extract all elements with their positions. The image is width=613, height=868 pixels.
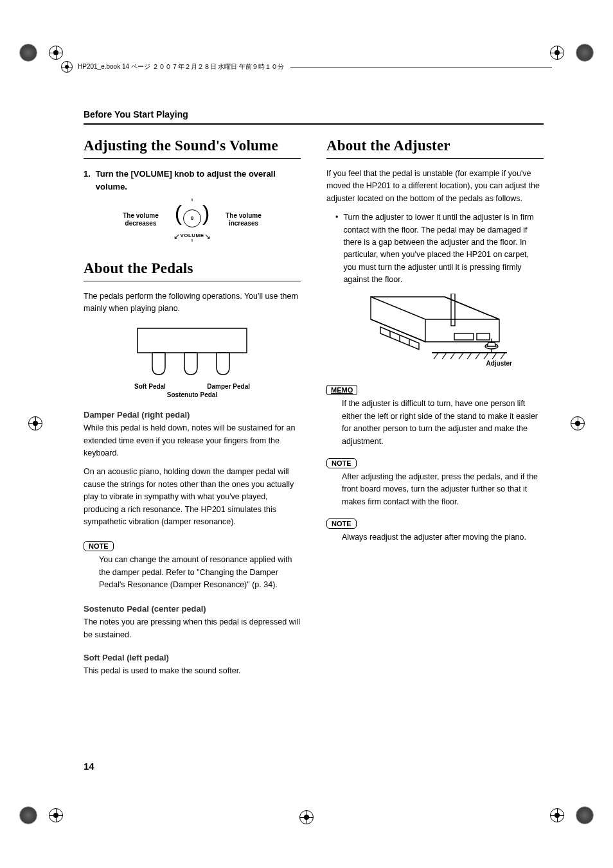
- svg-rect-4: [451, 294, 455, 326]
- svg-rect-6: [477, 333, 490, 340]
- heading-pedals: About the Pedals: [84, 260, 301, 281]
- right-column: About the Adjuster If you feel that the …: [326, 137, 544, 684]
- left-column: Adjusting the Sound's Volume 1. Turn the…: [84, 137, 301, 684]
- damper-pedal-label: Damper Pedal: [207, 383, 250, 390]
- soft-p: This pedal is used to make the sound sof…: [84, 665, 301, 677]
- svg-line-10: [450, 353, 455, 359]
- adjuster-bullet: • Turn the adjuster to lower it until th…: [335, 211, 544, 286]
- soft-pedal-label: Soft Pedal: [134, 383, 166, 390]
- crop-mark-mid-right: [567, 416, 589, 430]
- soft-heading: Soft Pedal (left pedal): [84, 653, 301, 662]
- crop-mark-top-left: [19, 44, 67, 62]
- pedal-figure: Soft Pedal Damper Pedal Sostenuto Pedal: [84, 325, 301, 398]
- step-1: 1. Turn the [VOLUME] knob to adjust the …: [84, 168, 301, 193]
- svg-line-14: [484, 353, 488, 359]
- crop-mark-bottom-left: [19, 806, 67, 824]
- step-number: 1.: [84, 168, 91, 193]
- sostenuto-heading: Sostenuto Pedal (center pedal): [84, 604, 301, 614]
- running-head: Before You Start Playing: [84, 109, 544, 125]
- damper-note: You can change the amount of resonance a…: [99, 554, 301, 591]
- crop-mark-mid-left: [24, 416, 46, 430]
- note1-body: After adjusting the adjuster, press the …: [342, 471, 544, 508]
- pedals-intro: The pedals perform the following operati…: [84, 290, 301, 315]
- svg-line-16: [501, 353, 505, 359]
- svg-line-15: [492, 353, 497, 359]
- note-badge: NOTE: [84, 541, 114, 551]
- adjuster-figure: Adjuster: [326, 294, 544, 367]
- memo-body: If the adjuster is difficult to turn, ha…: [342, 398, 544, 448]
- volume-increase-label: The volumeincreases: [221, 212, 266, 228]
- damper-p2: On an acoustic piano, holding down the d…: [84, 466, 301, 528]
- print-header: HP201_e.book 14 ページ ２００７年２月２８日 水曜日 午前９時１…: [61, 61, 552, 73]
- note2-body: Always readjust the adjuster after movin…: [342, 531, 544, 544]
- sostenuto-p: The notes you are pressing when this ped…: [84, 616, 301, 641]
- volume-decrease-label: The volumedecreases: [118, 212, 163, 228]
- heading-adjuster: About the Adjuster: [326, 137, 544, 159]
- adjuster-intro: If you feel that the pedal is unstable (…: [326, 168, 544, 205]
- note-badge-2: NOTE: [326, 518, 357, 529]
- note-badge-1: NOTE: [326, 458, 357, 468]
- sostenuto-pedal-label: Sostenuto Pedal: [84, 391, 301, 398]
- svg-rect-0: [138, 328, 247, 353]
- svg-line-12: [467, 353, 472, 359]
- svg-line-9: [442, 353, 447, 359]
- svg-rect-5: [454, 333, 474, 340]
- damper-p1: While this pedal is held down, notes wil…: [84, 422, 301, 459]
- memo-badge: MEMO: [326, 385, 357, 395]
- step-text: Turn the [VOLUME] knob to adjust the ove…: [96, 168, 301, 193]
- svg-line-13: [475, 353, 480, 359]
- print-header-text: HP201_e.book 14 ページ ２００７年２月２８日 水曜日 午前９時１…: [78, 62, 284, 71]
- heading-volume: Adjusting the Sound's Volume: [84, 137, 301, 159]
- page-number: 14: [84, 761, 94, 772]
- svg-line-8: [434, 353, 438, 359]
- svg-line-11: [459, 353, 463, 359]
- registration-icon: [61, 61, 73, 73]
- crop-mark-top-right: [546, 44, 594, 62]
- volume-knob-icon: (0) ↙↘ VOLUME: [170, 202, 215, 238]
- volume-knob-figure: The volumedecreases (0) ↙↘ VOLUME The vo…: [84, 202, 301, 238]
- crop-mark-bottom-right: [546, 806, 594, 824]
- crop-mark-bottom-center: [296, 810, 317, 824]
- damper-heading: Damper Pedal (right pedal): [84, 410, 301, 420]
